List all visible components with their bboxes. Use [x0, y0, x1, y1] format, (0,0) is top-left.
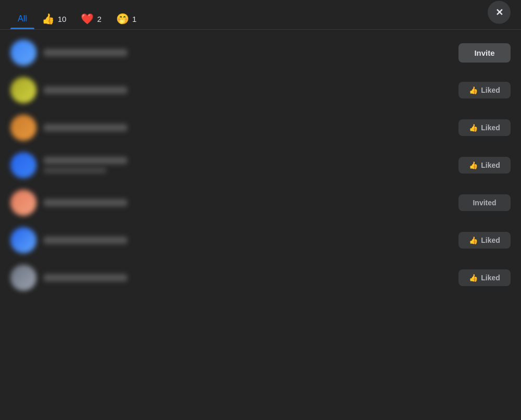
like-count: 10 [58, 15, 67, 23]
avatar [10, 227, 36, 253]
table-row: 👍 Liked [0, 71, 521, 109]
love-emoji: ❤️ [81, 14, 94, 24]
thumbs-up-icon: 👍 [469, 123, 478, 132]
avatar [10, 152, 36, 178]
user-info [44, 237, 458, 244]
liked-label: Liked [481, 274, 500, 282]
thumbs-up-icon: 👍 [469, 274, 478, 282]
tab-all-label: All [18, 14, 27, 23]
liked-label: Liked [481, 86, 500, 94]
user-info [44, 157, 458, 174]
user-info [44, 199, 458, 206]
avatar [10, 77, 36, 103]
table-row: 👍 Liked [0, 259, 521, 297]
like-emoji: 👍 [42, 14, 55, 24]
table-row: Invite [0, 34, 521, 71]
table-row: Invited [0, 184, 521, 221]
haha-count: 1 [132, 15, 137, 23]
user-name [44, 87, 127, 94]
invited-label: Invited [473, 199, 496, 207]
liked-button[interactable]: 👍 Liked [458, 119, 511, 136]
tab-like[interactable]: 👍 10 [34, 8, 74, 29]
avatar [10, 190, 36, 216]
user-info [44, 274, 458, 281]
invited-button[interactable]: Invited [458, 194, 511, 211]
user-subtitle [44, 167, 106, 174]
table-row: 👍 Liked [0, 221, 521, 259]
love-count: 2 [97, 15, 101, 23]
invite-button[interactable]: Invite [458, 43, 511, 63]
user-info [44, 87, 458, 94]
avatar [10, 265, 36, 291]
liked-button[interactable]: 👍 Liked [458, 82, 511, 98]
user-name [44, 274, 127, 281]
tab-bar: All 👍 10 ❤️ 2 🤭 1 ✕ [0, 0, 521, 30]
liked-label: Liked [481, 161, 500, 169]
tab-haha[interactable]: 🤭 1 [109, 8, 144, 29]
liked-button[interactable]: 👍 Liked [458, 269, 511, 286]
liked-button[interactable]: 👍 Liked [458, 232, 511, 249]
user-name [44, 237, 127, 244]
avatar [10, 40, 36, 66]
user-name [44, 124, 127, 131]
haha-emoji: 🤭 [116, 14, 129, 24]
thumbs-up-icon: 👍 [469, 236, 478, 244]
thumbs-up-icon: 👍 [469, 161, 478, 169]
user-info [44, 124, 458, 131]
avatar [10, 115, 36, 141]
close-icon: ✕ [495, 7, 503, 18]
close-button[interactable]: ✕ [488, 1, 511, 24]
invite-label: Invite [474, 48, 494, 57]
user-name [44, 49, 127, 56]
user-list: Invite 👍 Liked 👍 Liked [0, 30, 521, 420]
tab-all[interactable]: All [10, 9, 34, 29]
user-name [44, 199, 127, 206]
table-row: 👍 Liked [0, 109, 521, 146]
thumbs-up-icon: 👍 [469, 86, 478, 94]
user-name [44, 157, 127, 164]
reactions-modal: All 👍 10 ❤️ 2 🤭 1 ✕ Invite [0, 0, 521, 420]
table-row: 👍 Liked [0, 146, 521, 184]
tab-love[interactable]: ❤️ 2 [73, 8, 108, 29]
liked-button[interactable]: 👍 Liked [458, 157, 511, 174]
liked-label: Liked [481, 123, 500, 132]
user-info [44, 49, 458, 56]
liked-label: Liked [481, 236, 500, 244]
